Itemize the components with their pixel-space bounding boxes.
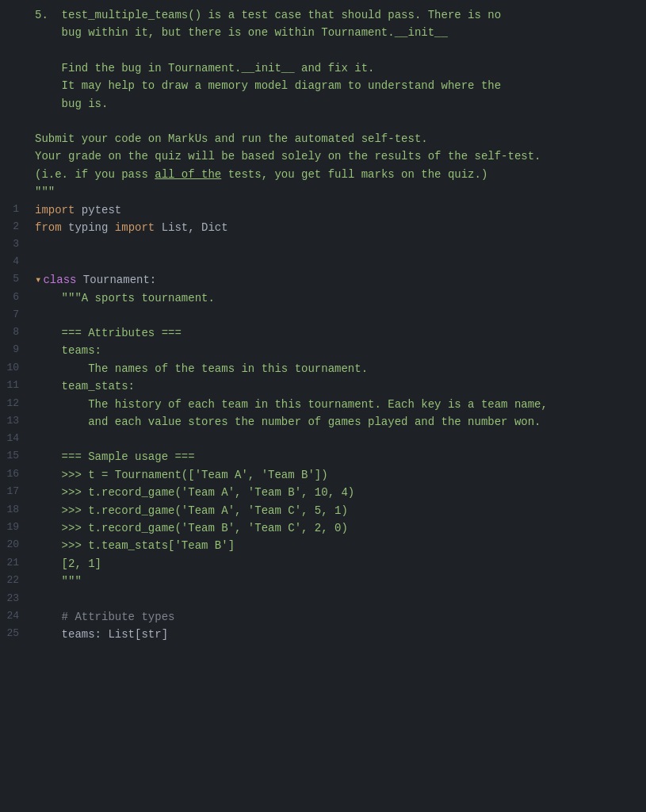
code-line <box>0 42 646 59</box>
code-line: bug is. <box>0 95 646 113</box>
code-line: 4 <box>0 254 646 271</box>
code-line: 12 The history of each team in this tour… <box>0 396 646 413</box>
code-editor: 5. test_multiple_teams() is a test case … <box>0 0 646 649</box>
code-line: 21 [2, 1] <box>0 555 646 573</box>
code-line: 5. test_multiple_teams() is a test case … <box>0 6 646 24</box>
code-line: 14 <box>0 431 646 448</box>
code-line: 3 <box>0 236 646 254</box>
code-line <box>0 113 646 130</box>
code-line: Find the bug in Tournament.__init__ and … <box>0 59 646 77</box>
code-line: 8 === Attributes === <box>0 324 646 342</box>
code-line: 15 === Sample usage === <box>0 448 646 465</box>
code-line: It may help to draw a memory model diagr… <box>0 77 646 94</box>
code-line: 1 import pytest <box>0 201 646 219</box>
code-line: Your grade on the quiz will be based sol… <box>0 147 646 165</box>
code-line: (i.e. if you pass all of the tests, you … <box>0 166 646 183</box>
code-line: 25 teams: List[str] <box>0 626 646 643</box>
code-line: 9 teams: <box>0 342 646 359</box>
code-line: 11 team_stats: <box>0 377 646 395</box>
code-line: 16 >>> t = Tournament(['Team A', 'Team B… <box>0 466 646 484</box>
code-line: 2 from typing import List, Dict <box>0 219 646 236</box>
code-line: 18 >>> t.record_game('Team A', 'Team C',… <box>0 502 646 519</box>
code-line: 17 >>> t.record_game('Team A', 'Team B',… <box>0 484 646 501</box>
code-line: """ <box>0 183 646 201</box>
code-line: 22 """ <box>0 573 646 590</box>
code-line: 6 """A sports tournament. <box>0 289 646 307</box>
code-line: 20 >>> t.team_stats['Team B'] <box>0 537 646 554</box>
code-line: 19 >>> t.record_game('Team B', 'Team C',… <box>0 519 646 537</box>
code-line: 13 and each value stores the number of g… <box>0 413 646 431</box>
code-line: 23 <box>0 591 646 608</box>
code-line: 7 <box>0 307 646 324</box>
code-line: bug within it, but there is one within T… <box>0 24 646 41</box>
code-line: 5 ▾class Tournament: <box>0 271 646 289</box>
code-line: Submit your code on MarkUs and run the a… <box>0 130 646 147</box>
code-line: 10 The names of the teams in this tourna… <box>0 360 646 377</box>
code-line: 24 # Attribute types <box>0 608 646 626</box>
